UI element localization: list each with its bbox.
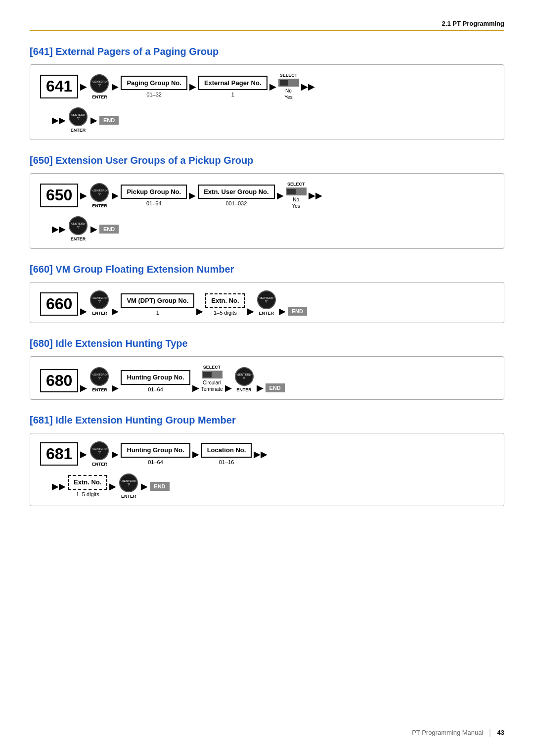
extn-no-660-label: Extn. No.: [205, 293, 245, 308]
section-660-title: [660] VM Group Floating Extension Number: [30, 264, 504, 275]
select-680-bar: [202, 371, 222, 378]
double-arrow-650: ▶▶: [309, 190, 322, 201]
enter-circle-650-2: ◁ENTER▷▽: [69, 216, 88, 235]
flow-row-650-1: 650 ▶ ◁ENTER▷▽ ENTER ▶ Pickup Group No. …: [40, 182, 494, 209]
select-680: SELECT Circular/Terminate: [201, 365, 223, 392]
paging-group-sub: 01–32: [146, 92, 162, 97]
double-arrow-641: ▶▶: [301, 81, 315, 92]
enter-btn-660-2: ◁ENTER▷▽ ENTER: [257, 290, 276, 316]
flow-row-681-2: ▶▶ Extn. No. 1–5 digits ▶ ◁ENTER▷▽ ENTER…: [40, 473, 494, 499]
flow-row-641-2: ▶▶ ◁ENTER▷▽ ENTER ▶ END: [40, 107, 494, 133]
select-sub-641: NoYes: [284, 88, 292, 100]
arrow-681-2: ▶: [112, 450, 119, 459]
enter-circle-680: ◁ENTER▷▽: [90, 367, 109, 386]
arrow-681-5: ▶: [141, 482, 148, 491]
arrow-681-3: ▶: [192, 450, 199, 459]
arrow-1: ▶: [80, 82, 87, 91]
hunting-group-680-sub: 01–64: [148, 386, 163, 392]
select-label-641: SELECT: [280, 73, 298, 78]
end-wrap-680: END: [266, 383, 285, 392]
end-box-681: END: [150, 482, 169, 491]
select-label-650: SELECT: [287, 182, 305, 187]
diagram-680: 680 ▶ ◁ENTER▷▽ ENTER ▶ Hunting Group No.…: [30, 356, 504, 400]
flow-row-681-1: 681 ▶ ◁ENTER▷▽ ENTER ▶ Hunting Group No.…: [40, 441, 494, 467]
diagram-641: 641 ▶ ◁ENTER▷▽ ENTER ▶ Paging Group No. …: [30, 64, 504, 140]
location-no-wrap: Location No. 01–16: [201, 443, 252, 465]
arrow-660-5: ▶: [279, 307, 286, 316]
select-680-sub: Circular/Terminate: [201, 379, 223, 392]
pickup-group-label: Pickup Group No.: [121, 185, 187, 199]
extn-no-681-wrap: Extn. No. 1–5 digits: [68, 475, 107, 497]
arrow-641-end: ▶: [90, 116, 97, 125]
section-681: [681] Idle Extension Hunting Group Membe…: [30, 415, 504, 506]
enter-circle-681-2: ◁ENTER▷▽: [119, 473, 138, 492]
vm-dpt-group-wrap: VM (DPT) Group No. 1: [121, 293, 194, 316]
code-650: 650: [40, 184, 78, 207]
enter-btn-650: ◁ENTER▷▽ ENTER: [90, 183, 109, 208]
double-arrow-641-2: ▶▶: [52, 115, 66, 126]
ext-pager-sub: 1: [231, 92, 234, 97]
ext-pager-wrap: External Pager No. 1: [198, 76, 267, 98]
end-wrap-681: END: [150, 482, 169, 491]
double-arrow-650-2: ▶▶: [52, 224, 66, 235]
arrow-650-3: ▶: [189, 191, 196, 200]
hunting-group-681-sub: 01–64: [148, 459, 163, 465]
arrow-660-2: ▶: [112, 307, 119, 316]
enter-circle-681: ◁ENTER▷▽: [90, 441, 109, 460]
arrow-2: ▶: [112, 82, 119, 91]
code-680: 680: [40, 369, 78, 392]
section-680: [680] Idle Extension Hunting Type 680 ▶ …: [30, 338, 504, 400]
section-641-title: [641] External Pagers of a Paging Group: [30, 46, 504, 57]
hunting-group-680-label: Hunting Group No.: [121, 370, 190, 385]
enter-btn-641: ◁ENTER▷▽ ENTER: [90, 74, 109, 99]
code-681: 681: [40, 442, 78, 466]
enter-btn-680: ◁ENTER▷▽ ENTER: [90, 367, 109, 392]
pickup-group-sub: 01–64: [146, 200, 162, 206]
arrow-660-4: ▶: [247, 307, 254, 316]
vm-dpt-group-label: VM (DPT) Group No.: [121, 293, 194, 308]
select-sub-650: NoYes: [292, 196, 300, 209]
arrow-680-5: ▶: [257, 383, 264, 392]
arrow-660-1: ▶: [80, 307, 87, 316]
flow-row-650-2: ▶▶ ◁ENTER▷▽ ENTER ▶ END: [40, 216, 494, 241]
end-wrap-641: END: [99, 116, 119, 125]
paging-group-wrap: Paging Group No. 01–32: [121, 76, 187, 98]
location-no-label: Location No.: [201, 443, 252, 458]
select-680-label: SELECT: [203, 365, 221, 370]
enter-btn-680-2: ◁ENTER▷▽ ENTER: [235, 367, 254, 392]
arrow-680-3: ▶: [192, 383, 199, 392]
end-wrap-650: END: [99, 225, 119, 234]
hunting-group-681-wrap: Hunting Group No. 01–64: [121, 443, 190, 465]
enter-circle-680-2: ◁ENTER▷▽: [235, 367, 254, 386]
enter-circle-650: ◁ENTER▷▽: [90, 183, 109, 202]
diagram-650: 650 ▶ ◁ENTER▷▽ ENTER ▶ Pickup Group No. …: [30, 173, 504, 249]
section-660: [660] VM Group Floating Extension Number…: [30, 264, 504, 323]
ext-pager-label: External Pager No.: [198, 76, 267, 91]
footer-page-number: 43: [497, 729, 504, 736]
footer-manual-label: PT Programming Manual: [412, 729, 483, 736]
section-681-title: [681] Idle Extension Hunting Group Membe…: [30, 415, 504, 426]
extn-user-group-label: Extn. User Group No.: [198, 185, 274, 199]
arrow-660-3: ▶: [196, 307, 203, 316]
double-arrow-681: ▶▶: [254, 449, 267, 460]
arrow-681-1: ▶: [80, 450, 87, 459]
enter-circle-660-2: ◁ENTER▷▽: [257, 290, 276, 309]
end-box-650: END: [99, 225, 119, 234]
enter-circle-641-2: ◁ENTER▷▽: [69, 107, 88, 126]
double-arrow-681-2: ▶▶: [52, 481, 66, 492]
arrow-650-2: ▶: [112, 191, 119, 200]
code-641: 641: [40, 75, 78, 98]
enter-btn-681: ◁ENTER▷▽ ENTER: [90, 441, 109, 467]
end-box-641: END: [99, 116, 119, 125]
arrow-650-1: ▶: [80, 191, 87, 200]
select-bar-650: [286, 188, 307, 195]
enter-circle-641: ◁ENTER▷▽: [90, 74, 109, 93]
extn-user-group-sub: 001–032: [226, 200, 247, 206]
end-box-660: END: [288, 307, 307, 316]
extn-no-660-wrap: Extn. No. 1–5 digits: [205, 293, 245, 316]
diagram-660: 660 ▶ ◁ENTER▷▽ ENTER ▶ VM (DPT) Group No…: [30, 282, 504, 323]
vm-dpt-group-sub: 1: [156, 310, 159, 316]
extn-no-660-sub: 1–5 digits: [214, 310, 237, 316]
flow-row-641-1: 641 ▶ ◁ENTER▷▽ ENTER ▶ Paging Group No. …: [40, 73, 494, 100]
arrow-681-4: ▶: [109, 482, 116, 491]
